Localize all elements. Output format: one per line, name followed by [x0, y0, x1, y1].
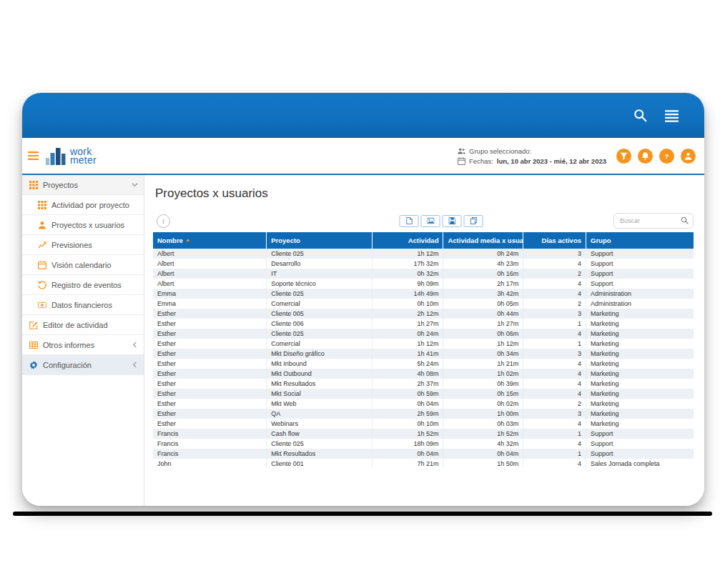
cell-dias-activos: 3 [523, 309, 586, 319]
cell-dias-activos: 4 [523, 369, 586, 379]
sidebar-item-datos-financieros[interactable]: Datos financieros [22, 295, 144, 315]
cell-nombre: Esther [153, 419, 267, 429]
cell-actividad-media-x-usuario: 1h 21m [443, 359, 523, 369]
table-row[interactable]: EstherMkt Diseño gráfico1h 41m0h 34m3Mar… [153, 349, 694, 359]
sidebar-item-actividad-por-proyecto[interactable]: Actividad por proyecto [22, 195, 144, 215]
sidebar-item-previsiones[interactable]: Previsiones [22, 235, 144, 255]
help-button[interactable]: ? [659, 149, 674, 164]
cell-nombre: Francis [153, 439, 267, 449]
table-row[interactable]: EstherMkt Outbound4h 08m1h 02m4Marketing [153, 369, 694, 379]
sidebar-item-configuracion[interactable]: Configuración [22, 355, 144, 375]
cell-dias-activos: 4 [523, 259, 586, 269]
export-save-button[interactable] [443, 215, 462, 227]
cell-actividad-media-x-usuario: 1h 02m [443, 369, 523, 379]
column-header-nombre[interactable]: Nombre▲ [153, 232, 267, 249]
export-copy-button[interactable] [464, 215, 483, 227]
sidebar-toggle-icon[interactable] [28, 151, 39, 160]
account-button[interactable] [681, 149, 696, 164]
cell-dias-activos: 4 [523, 389, 586, 399]
search-icon[interactable] [633, 109, 647, 122]
table-row[interactable]: EstherMkt Inbound5h 24m1h 21m4Marketing [153, 359, 694, 369]
svg-text:?: ? [665, 152, 669, 159]
column-header-proyecto[interactable]: Proyecto [267, 232, 372, 249]
sidebar-item-label: Configuración [43, 361, 92, 369]
column-header-dias-activos[interactable]: Días activos [523, 232, 586, 249]
cell-dias-activos: 4 [523, 279, 586, 289]
column-header-actividad-media-x-usuario[interactable]: Actividad media x usuario [443, 232, 523, 249]
dates-label: Fechas: [469, 157, 493, 165]
cell-nombre: Albert [153, 259, 267, 269]
table-row[interactable]: EstherMkt Resultados2h 37m0h 39m4Marketi… [153, 379, 694, 389]
column-header-actividad[interactable]: Actividad [372, 232, 443, 249]
cell-proyecto: Mkt Inbound [267, 359, 372, 369]
cell-nombre: Esther [153, 319, 267, 329]
logo-text: work meter [70, 147, 97, 165]
table-row[interactable]: FrancisCash flow1h 52m1h 52m1Support [153, 429, 694, 439]
cell-proyecto: Comercial [267, 339, 372, 349]
table-row[interactable]: EstherQA2h 59m1h 00m3Marketing [153, 409, 694, 419]
table-row[interactable]: EmmaComercial0h 10m0h 05m2Administration [153, 299, 694, 309]
cell-actividad-media-x-usuario: 0h 15m [443, 389, 523, 399]
cell-grupo: Support [586, 429, 694, 439]
notifications-button[interactable] [638, 149, 653, 164]
filter-button[interactable] [616, 149, 631, 164]
cell-nombre: Francis [153, 429, 267, 439]
user-icon [38, 221, 46, 229]
export-button-group [400, 215, 483, 227]
cell-dias-activos: 4 [523, 459, 586, 469]
funnel-icon [620, 152, 628, 160]
sidebar-item-proyectos-x-usuarios[interactable]: Proyectos x usuarios [22, 215, 144, 235]
table-row[interactable]: EstherMkt Social0h 59m0h 15m4Marketing [153, 389, 694, 399]
cell-actividad: 0h 24m [372, 329, 443, 339]
cell-grupo: Marketing [586, 329, 694, 339]
table-row[interactable]: EstherCliente 0061h 27m1h 27m1Marketing [153, 319, 694, 329]
chevron-left-icon [132, 342, 138, 348]
table-row[interactable]: AlbertCliente 0251h 12m0h 24m3Support [153, 249, 694, 259]
cell-proyecto: Mkt Social [267, 389, 372, 399]
cell-nombre: Albert [153, 279, 267, 289]
search-icon[interactable] [681, 216, 689, 224]
cell-actividad: 2h 12m [372, 309, 443, 319]
table-row[interactable]: AlbertSoporte técnico9h 09m2h 17m4Suppor… [153, 279, 694, 289]
cell-actividad-media-x-usuario: 1h 00m [443, 409, 523, 419]
table-row[interactable]: AlbertIT0h 32m0h 16m2Support [153, 269, 694, 279]
export-image-button[interactable] [421, 215, 440, 227]
app-body: ProyectosActividad por proyectoProyectos… [22, 175, 704, 506]
cell-grupo: Support [586, 259, 694, 269]
sidebar-item-vision-calendario[interactable]: Visión calendario [22, 255, 144, 275]
info-button[interactable]: i [157, 214, 170, 228]
sidebar-item-editor-de-actividad[interactable]: Editor de actividad [22, 315, 144, 335]
menu-icon[interactable] [665, 109, 679, 123]
sidebar-item-otros-informes[interactable]: Otros informes [22, 335, 144, 355]
cell-dias-activos: 4 [523, 379, 586, 389]
table-row[interactable]: FrancisMkt Resultados0h 04m0h 04m1Suppor… [153, 449, 694, 459]
table-row[interactable]: EstherComercial1h 12m1h 12m1Marketing [153, 339, 694, 349]
sidebar-item-registro-de-eventos[interactable]: Registro de eventos [22, 275, 144, 295]
edit-icon [29, 321, 38, 329]
cell-actividad-media-x-usuario: 0h 03m [443, 419, 523, 429]
table-row[interactable]: EstherCliente 0250h 24m0h 06m4Marketing [153, 329, 694, 339]
table-row[interactable]: EstherMkt Web0h 04m0h 02m2Marketing [153, 399, 694, 409]
cell-proyecto: Mkt Resultados [267, 449, 372, 459]
cell-nombre: Esther [153, 329, 267, 339]
page-title: Proyectos x usuarios [155, 186, 694, 201]
header-action-buttons: ? [616, 149, 696, 164]
table-row[interactable]: EstherWebinars0h 10m0h 03m4Marketing [153, 419, 694, 429]
cell-actividad-media-x-usuario: 3h 42m [443, 289, 523, 299]
page: work meter Grupo seleccionado: Fechas: l… [0, 0, 725, 588]
cell-actividad-media-x-usuario: 4h 23m [443, 259, 523, 269]
table-row[interactable]: AlbertDesarrollo17h 32m4h 23m4Support [153, 259, 694, 269]
workmeter-logo: work meter [46, 146, 97, 165]
table-row[interactable]: EmmaCliente 02514h 49m3h 42m4Administrat… [153, 289, 694, 299]
sidebar-item-proyectos[interactable]: Proyectos [22, 175, 144, 195]
table-row[interactable]: JohnCliente 0017h 21m1h 50m4Sales Jornad… [153, 459, 694, 469]
device-base [13, 512, 712, 516]
column-header-grupo[interactable]: Grupo [586, 232, 694, 249]
app-window: work meter Grupo seleccionado: Fechas: l… [22, 93, 704, 506]
cell-actividad-media-x-usuario: 0h 44m [443, 309, 523, 319]
cell-dias-activos: 1 [523, 339, 586, 349]
cell-dias-activos: 4 [523, 419, 586, 429]
export-file-button[interactable] [400, 215, 419, 227]
table-row[interactable]: EstherCliente 0052h 12m0h 44m3Marketing [153, 309, 694, 319]
table-row[interactable]: FrancisCliente 02518h 09m4h 32m4Support [153, 439, 694, 449]
